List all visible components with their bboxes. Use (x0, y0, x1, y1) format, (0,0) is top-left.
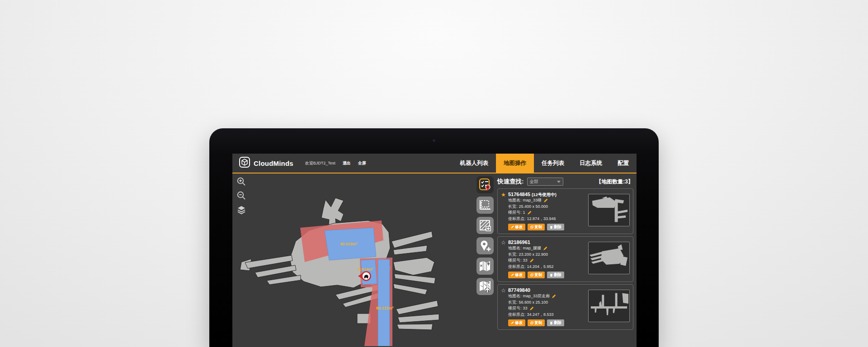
edit-map-button[interactable]: 修改 (508, 224, 525, 230)
laptop-frame: CloudMinds 欢迎BJDT2_Test 退出 全屏 机器人列表 地图操作… (209, 128, 659, 347)
map-origin: 14.204，5.952 (527, 264, 554, 270)
map-name: map_腿腿 (523, 245, 542, 252)
layers-icon[interactable] (236, 205, 246, 215)
copy-map-button[interactable]: 复制 (528, 319, 545, 326)
panel-header: 快速查找: 全部 【地图数量:3】 (497, 175, 633, 188)
map-size: 25.400 x 50.000 (519, 204, 548, 210)
origin-label: 坐标原点: (508, 264, 526, 270)
edit-map-button[interactable]: 修改 (508, 272, 525, 278)
map-thumbnail[interactable] (588, 194, 630, 226)
map-toolbar (476, 176, 494, 295)
zoom-in-icon[interactable] (236, 177, 246, 187)
map-count: 【地图数量:3】 (596, 178, 633, 186)
map-thumbnail[interactable] (588, 290, 630, 322)
map-controls (236, 177, 246, 215)
name-label: 地图名: (508, 245, 522, 252)
name-label: 地图名: (508, 293, 522, 300)
app-screen: CloudMinds 欢迎BJDT2_Test 退出 全屏 机器人列表 地图操作… (232, 154, 637, 347)
map-size: 56.600 x 25.100 (519, 300, 548, 306)
delete-map-button[interactable]: 删除 (547, 319, 564, 326)
logout-link[interactable]: 退出 (343, 160, 351, 166)
favorite-task-pin-icon[interactable] (476, 176, 494, 193)
map-origin: 12.874，33.946 (527, 216, 556, 222)
edit-map-button[interactable]: 修改 (508, 319, 525, 326)
zoom-out-icon[interactable] (236, 191, 246, 201)
quick-find-select[interactable]: 全部 (527, 178, 563, 186)
webcam-dot (433, 139, 435, 142)
origin-label: 坐标原点: (508, 216, 526, 222)
area-label-2: 8.614m² (358, 267, 373, 272)
content-area: 40.519m² 8.614m² 80.215m² (232, 174, 637, 346)
delete-map-button[interactable]: 删除 (547, 224, 564, 230)
welcome-text: 欢迎BJDT2_Test (305, 160, 335, 166)
map-canvas[interactable]: 40.519m² 8.614m² 80.215m² (232, 174, 472, 346)
edit-pencil-icon[interactable] (543, 246, 547, 251)
chevron-down-icon (557, 181, 561, 183)
tab-map-operation[interactable]: 地图操作 (496, 154, 534, 173)
origin-label: 坐标原点: (508, 312, 526, 318)
top-navbar: CloudMinds 欢迎BJDT2_Test 退出 全屏 机器人列表 地图操作… (232, 154, 637, 174)
map-thumbnail[interactable] (588, 242, 630, 274)
map-name: map_33层走廊 (523, 293, 550, 300)
map-card-3: ☆ 87749840 地图名:map_33层走廊 长宽:56.600 x 25.… (497, 284, 633, 330)
map-floor: 33 (523, 305, 528, 312)
delete-map-button[interactable]: 删除 (547, 272, 564, 278)
copy-map-button[interactable]: 复制 (528, 224, 545, 230)
brand: CloudMinds (232, 154, 293, 173)
map-title: 87749840 (508, 287, 585, 293)
map-floor: 33 (523, 258, 528, 264)
map-size: 23.200 x 22.900 (519, 252, 548, 258)
quick-find-selected: 全部 (530, 179, 557, 185)
fullscreen-link[interactable]: 全屏 (358, 160, 366, 166)
size-label: 长宽: (508, 204, 518, 210)
main-tabs: 机器人列表 地图操作 任务列表 日志系统 配置 (453, 154, 637, 173)
quick-find-label: 快速查找: (497, 178, 524, 186)
star-icon[interactable]: ★ (501, 192, 508, 231)
measure-area-icon[interactable] (476, 197, 494, 214)
add-virtual-zone-icon[interactable] (476, 217, 494, 234)
tab-task-list[interactable]: 任务列表 (534, 154, 572, 173)
map-status: (12号使用中) (532, 192, 557, 197)
copy-map-button[interactable]: 复制 (528, 272, 545, 278)
tab-log-system[interactable]: 日志系统 (572, 154, 610, 173)
edit-pencil-icon[interactable] (529, 258, 534, 263)
area-label-1: 40.519m² (340, 242, 358, 246)
map-card-1: ★ 51764845(12号使用中) 地图名:map_33楼 长宽:25.400… (497, 188, 633, 234)
star-icon[interactable]: ☆ (501, 239, 508, 279)
map-title: 82186961 (508, 239, 585, 245)
map-id: 51764845 (508, 192, 530, 197)
map-marker-delete-icon[interactable] (476, 258, 494, 275)
star-icon[interactable]: ☆ (501, 287, 508, 327)
tab-config[interactable]: 配置 (610, 154, 637, 173)
size-label: 长宽: (508, 300, 518, 306)
floor-label: 楼层号: (508, 210, 522, 216)
edit-pencil-icon[interactable] (543, 198, 548, 203)
size-label: 长宽: (508, 252, 518, 258)
map-upload-icon[interactable] (476, 278, 494, 295)
map-name: map_33楼 (523, 197, 542, 204)
tab-robot-list[interactable]: 机器人列表 (453, 154, 496, 173)
map-card-2: ☆ 82186961 地图名:map_腿腿 长宽:23.200 x 22.900… (497, 236, 633, 282)
cloudminds-logo-icon (239, 156, 250, 170)
brand-name: CloudMinds (254, 159, 293, 167)
map-origin: 34.247，8.533 (527, 312, 554, 318)
map-list-panel: 快速查找: 全部 【地图数量:3】 ★ 51764845(12号使用中) 地图名… (497, 174, 633, 332)
edit-pencil-icon[interactable] (529, 306, 534, 311)
floor-label: 楼层号: (508, 258, 522, 264)
map-id: 87749840 (508, 287, 530, 293)
add-poi-icon[interactable] (476, 237, 494, 254)
map-floor: 1 (523, 210, 525, 216)
area-label-3: 80.215m² (376, 306, 394, 310)
map-title: 51764845(12号使用中) (508, 192, 585, 197)
map-id: 82186961 (508, 239, 530, 245)
edit-pencil-icon[interactable] (552, 294, 556, 299)
edit-pencil-icon[interactable] (527, 211, 532, 215)
floor-label: 楼层号: (508, 305, 522, 312)
name-label: 地图名: (508, 197, 522, 204)
